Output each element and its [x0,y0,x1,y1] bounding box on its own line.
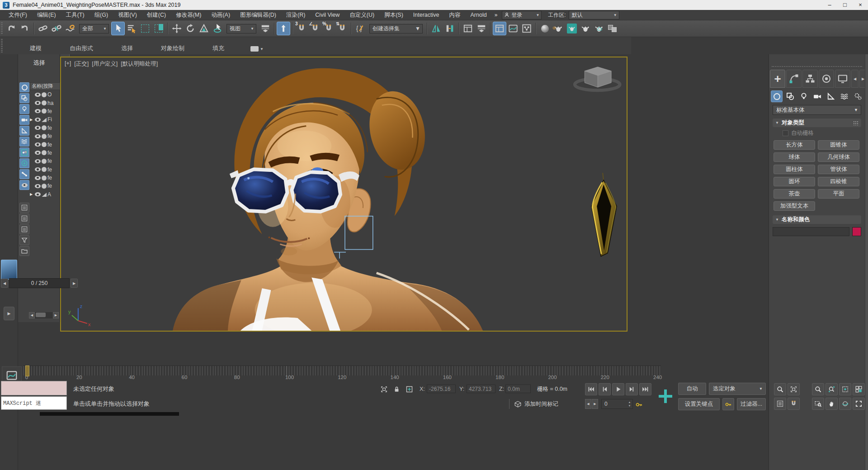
maxscript-mini-listener-white[interactable]: MAXScript 迷 [1,396,67,410]
tab-hierarchy[interactable] [802,70,818,88]
current-frame-marker[interactable] [25,366,29,376]
set-keys-big-button[interactable] [656,383,675,409]
autogrid-checkbox[interactable] [783,130,788,136]
primitive-button[interactable]: 茶壶 [774,189,815,199]
explorer-list-item[interactable]: fe [30,182,60,190]
category-shapes-button[interactable] [784,90,796,102]
explorer-list-item[interactable]: Fi [30,115,60,123]
time-slider-next-button[interactable]: ▶ [71,279,78,288]
primitive-button[interactable]: 加强型文本 [774,201,815,211]
material-editor-button[interactable] [538,22,552,35]
expand-arrow-icon[interactable] [30,192,34,196]
orbit-button[interactable] [839,398,851,410]
angle-snap-toggle-button[interactable]: ∠ [308,22,322,35]
zoom-region-button[interactable] [812,398,824,410]
visibility-eye-icon[interactable] [35,159,41,163]
select-and-manipulate-button[interactable] [277,22,290,35]
pan-button[interactable] [826,398,838,410]
primitive-button[interactable]: 平面 [818,189,859,199]
category-systems-button[interactable] [852,90,864,102]
selection-filter-dropdown[interactable]: 全部 ▼ [79,24,109,33]
primitive-button[interactable]: 球体 [774,152,815,162]
snaps-toggle-button[interactable]: 3 [295,22,308,35]
visibility-eye-icon[interactable] [35,151,41,155]
menu-overflow-icon[interactable]: » [492,12,500,18]
isolate-selection-button[interactable] [774,383,786,395]
use-pivot-point-button[interactable] [259,22,272,35]
visibility-eye-icon[interactable] [35,134,41,138]
select-object-button[interactable] [111,22,125,35]
next-frame-button[interactable] [626,383,638,395]
explorer-list-item[interactable]: fe [30,157,60,165]
select-by-name-button[interactable] [125,22,138,35]
ribbon-minimize-button[interactable]: ▼ [250,46,264,52]
primitive-category-dropdown[interactable]: 标准基本体 ▼ [773,105,861,115]
perspective-viewport[interactable]: [+] [正交] [用户定义] [默认明暗处理] [60,57,627,332]
filter-bones-button[interactable] [19,169,29,179]
visibility-eye-icon[interactable] [35,176,41,180]
category-space-warps-button[interactable] [839,90,850,102]
primitive-button[interactable]: 四棱锥 [818,177,859,186]
schematic-view-button[interactable] [520,22,533,35]
frame-spinner[interactable]: ▲ ▼ [627,399,632,409]
play-button[interactable] [612,383,624,395]
select-and-place-button[interactable] [211,22,224,35]
zoom-extents-button[interactable] [839,383,851,395]
menu-item[interactable]: 组(G) [90,12,113,18]
visibility-eye-icon[interactable] [35,126,41,130]
undo-button[interactable] [5,22,18,35]
spinner-down-icon[interactable]: ▼ [628,404,631,407]
maximize-viewport-toggle-button[interactable] [853,398,865,410]
named-selection-sets-dropdown[interactable]: 创建选择集 ▼ [369,24,423,33]
viewport-menu-pov[interactable]: [正交] [74,60,89,68]
go-to-start-button[interactable] [585,383,597,395]
curve-editor-button[interactable] [506,22,520,35]
zoom-extents-all-button[interactable] [853,383,865,395]
expand-arrow-icon[interactable] [30,118,34,122]
mirror-button[interactable] [429,22,443,35]
tab-modify[interactable] [786,70,802,88]
object-color-swatch[interactable] [852,227,861,236]
category-cameras-button[interactable] [811,90,823,102]
ribbon-tab[interactable]: 自由形式 [56,43,107,54]
filter-geometry-button[interactable] [19,82,29,92]
explorer-list-item[interactable]: fe [30,149,60,157]
ribbon-grip[interactable] [1,39,3,52]
track-bar[interactable] [24,366,661,375]
select-and-move-button[interactable] [170,22,184,35]
menu-item[interactable]: 创建(C) [142,12,171,18]
bind-to-space-warp-button[interactable] [63,22,77,35]
object-type-rollout-header[interactable]: ▼ 对象类型 [773,119,861,127]
ribbon-tab[interactable]: 选择 [108,43,146,54]
explorer-filter-button[interactable] [19,235,29,245]
snap-options-button[interactable] [788,398,800,410]
explorer-columns-button[interactable] [19,224,29,234]
edit-named-selection-sets-button[interactable] [354,22,367,35]
menu-item[interactable]: Civil View [310,12,344,18]
visibility-eye-icon[interactable] [35,93,41,97]
explorer-detail-view-button[interactable] [19,214,29,223]
reference-coordinate-dropdown[interactable]: 视图 ▼ [226,24,256,33]
scroll-left-button[interactable]: ◀ [29,312,35,318]
category-geometry-button[interactable] [771,90,783,102]
selection-lock-icon[interactable] [392,384,401,394]
visibility-eye-icon[interactable] [35,167,41,171]
workspace-dropdown[interactable]: 默认 ▼ [569,11,619,19]
zoom-all-button[interactable] [826,383,838,395]
ribbon-toggle-button[interactable] [493,22,506,35]
explorer-list-item[interactable]: O [30,90,60,99]
menu-item[interactable]: Arnold [466,12,492,18]
y-coordinate-field[interactable]: 4273.713 [467,385,495,393]
visibility-eye-icon[interactable] [35,101,41,105]
scene-explorer-toggle-button[interactable] [461,22,475,35]
explorer-list-item[interactable]: fe [30,166,60,174]
command-panel-scrollbar[interactable] [865,54,868,470]
primitive-button[interactable]: 圆柱体 [774,165,815,174]
explorer-list-item[interactable]: fe [30,140,60,148]
render-production-button[interactable] [579,22,592,35]
previous-frame-button[interactable] [599,383,611,395]
percent-snap-toggle-button[interactable]: % [322,22,335,35]
redo-button[interactable] [18,22,32,35]
spinner-up-icon[interactable]: ▲ [628,401,631,404]
primitive-button[interactable]: 长方体 [774,140,815,150]
